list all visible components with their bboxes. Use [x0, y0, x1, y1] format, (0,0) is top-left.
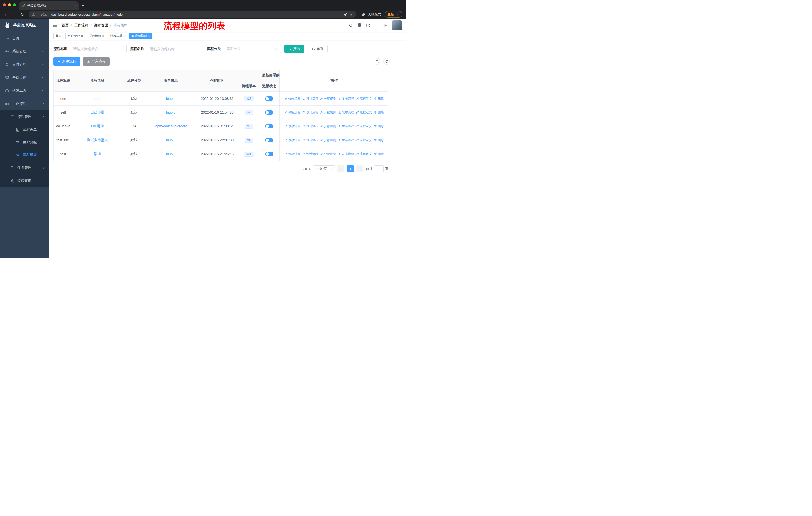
tag-home[interactable]: 首页 [53, 33, 64, 39]
browser-menu-icon[interactable]: ⋮ [396, 12, 400, 17]
form-info-link[interactable]: biubiu [166, 110, 175, 114]
sidebar-item-user-group[interactable]: 用户分组 [0, 136, 49, 148]
browser-tab[interactable]: 芋道管理系统 × [19, 1, 79, 9]
assign-rule-link[interactable]: 分配规则 [320, 152, 336, 156]
reload-button[interactable]: ↻ [19, 12, 26, 17]
goto-page-input[interactable] [374, 165, 384, 172]
forward-button[interactable]: → [10, 12, 18, 17]
browser-update-button[interactable]: 更新 ⋮ [385, 11, 403, 18]
process-name-link[interactable]: 自己审批 [90, 110, 105, 115]
modify-process-link[interactable]: 修改流程 [284, 97, 300, 101]
minimize-window-button[interactable] [8, 3, 11, 6]
close-icon[interactable]: × [103, 34, 105, 37]
process-name-link[interactable]: 测试多审批人 [87, 138, 108, 142]
delete-link[interactable]: 删除 [374, 152, 384, 156]
process-definition-link[interactable]: 流程定义 [356, 97, 372, 101]
sidebar-item-workflow[interactable]: 工作流程 [0, 97, 49, 110]
process-definition-link[interactable]: 流程定义 [356, 110, 372, 115]
reset-button[interactable]: 重置 [308, 45, 328, 53]
avatar[interactable] [392, 20, 402, 30]
modify-process-link[interactable]: 修改流程 [284, 124, 300, 129]
key-icon[interactable] [344, 12, 347, 17]
publish-process-link[interactable]: 发布流程 [338, 152, 354, 156]
sidebar-item-task-management[interactable]: 任务管理 [0, 161, 49, 174]
process-name-link[interactable]: OA 请假 [91, 124, 104, 129]
import-process-button[interactable]: 导入流程 [83, 57, 110, 65]
active-toggle[interactable] [265, 124, 273, 129]
assign-rule-link[interactable]: 分配规则 [320, 124, 336, 129]
modify-process-link[interactable]: 修改流程 [284, 152, 300, 156]
close-icon[interactable]: × [81, 34, 83, 37]
toggle-search-button[interactable] [374, 58, 380, 65]
sidebar-item-devtools[interactable]: 研发工具 [0, 84, 49, 97]
delete-link[interactable]: 删除 [374, 138, 384, 142]
form-info-link[interactable]: /bpm/oa/leave/create [154, 124, 187, 128]
design-process-link[interactable]: 设计流程 [302, 110, 318, 115]
sidebar-item-process-management[interactable]: 流程管理 [0, 110, 49, 124]
modify-process-link[interactable]: 修改流程 [284, 138, 300, 142]
publish-process-link[interactable]: 发布流程 [338, 138, 354, 142]
sidebar-item-home[interactable]: 首页 [0, 32, 49, 45]
active-toggle[interactable] [265, 97, 273, 101]
prev-page-button[interactable]: ‹ [337, 165, 344, 172]
github-icon[interactable] [357, 23, 362, 28]
tag-process-model[interactable]: 流程模型 × [129, 33, 152, 39]
process-name-link[interactable]: 滔博 [94, 152, 101, 157]
sidebar-item-payment[interactable]: 支付管理 [0, 58, 49, 71]
process-definition-link[interactable]: 流程定义 [356, 124, 372, 129]
breadcrumb-workflow[interactable]: 工作流程 [74, 23, 88, 28]
font-size-icon[interactable] [383, 23, 387, 28]
zoom-window-button[interactable] [13, 3, 16, 6]
tag-my-process[interactable]: 我的流程 × [87, 33, 107, 39]
process-definition-link[interactable]: 流程定义 [356, 152, 372, 156]
process-definition-link[interactable]: 流程定义 [356, 138, 372, 142]
page-size-select[interactable]: 10条/页 [314, 165, 335, 172]
delete-link[interactable]: 删除 [374, 124, 384, 129]
design-process-link[interactable]: 设计流程 [302, 152, 318, 156]
security-label[interactable]: 不安全 [37, 12, 47, 17]
form-info-link[interactable]: biubiu [166, 138, 175, 142]
process-key-input[interactable] [70, 45, 126, 53]
create-process-button[interactable]: 新建流程 [53, 57, 80, 65]
form-info-link[interactable]: biubiu [166, 152, 175, 156]
fullscreen-icon[interactable] [374, 23, 379, 28]
search-icon[interactable] [349, 23, 353, 28]
close-window-button[interactable] [3, 3, 6, 6]
address-bar[interactable]: ⚠ 不安全 dashboard.yudao.iocoder.cn/bpm/man… [29, 11, 356, 18]
close-icon[interactable]: × [148, 34, 150, 37]
delete-link[interactable]: 删除 [374, 97, 384, 101]
assign-rule-link[interactable]: 分配规则 [320, 138, 336, 142]
modify-process-link[interactable]: 修改流程 [284, 110, 300, 115]
assign-rule-link[interactable]: 分配规则 [320, 97, 336, 101]
collapse-menu-button[interactable] [53, 23, 57, 28]
sidebar-item-process-model[interactable]: 流程模型 [0, 148, 49, 161]
design-process-link[interactable]: 设计流程 [302, 97, 318, 101]
tab-close-icon[interactable]: × [74, 4, 76, 7]
category-select[interactable]: 流程分类 [224, 45, 281, 53]
new-tab-button[interactable]: + [82, 3, 84, 8]
design-process-link[interactable]: 设计流程 [302, 124, 318, 129]
design-process-link[interactable]: 设计流程 [302, 138, 318, 142]
close-icon[interactable]: × [123, 34, 125, 37]
assign-rule-link[interactable]: 分配规则 [320, 110, 336, 115]
publish-process-link[interactable]: 发布流程 [338, 97, 354, 101]
help-icon[interactable] [366, 23, 370, 28]
tag-process-form[interactable]: 流程表单 × [108, 33, 128, 39]
back-button[interactable]: ← [2, 12, 9, 17]
bookmark-star-icon[interactable]: ☆ [349, 12, 353, 17]
active-toggle[interactable] [265, 152, 273, 156]
tag-tenant-management[interactable]: 租户管理 × [65, 33, 85, 39]
publish-process-link[interactable]: 发布流程 [338, 124, 354, 129]
delete-link[interactable]: 删除 [374, 110, 384, 115]
sidebar-item-system[interactable]: 系统管理 [0, 45, 49, 58]
search-button[interactable]: 搜索 [284, 45, 304, 53]
breadcrumb-process-management[interactable]: 流程管理 [94, 23, 108, 28]
active-toggle[interactable] [265, 110, 273, 115]
current-page-button[interactable]: 1 [347, 165, 354, 172]
publish-process-link[interactable]: 发布流程 [338, 110, 354, 115]
sidebar-item-leave-query[interactable]: 请假查询 [0, 174, 49, 187]
sidebar-item-process-form[interactable]: 流程表单 [0, 124, 49, 136]
refresh-button[interactable] [383, 58, 390, 65]
process-name-link[interactable]: eeee [94, 97, 102, 101]
next-page-button[interactable]: › [356, 165, 364, 172]
